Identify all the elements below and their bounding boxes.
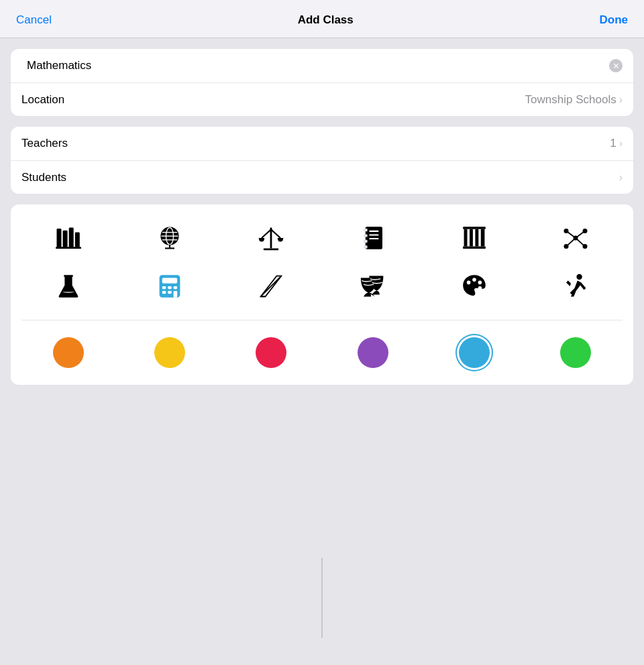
svg-rect-40 bbox=[64, 275, 73, 277]
done-button[interactable]: Done bbox=[600, 13, 629, 27]
purple-color-cell[interactable] bbox=[326, 334, 419, 371]
svg-rect-22 bbox=[369, 231, 378, 232]
students-chevron-icon: › bbox=[619, 172, 623, 184]
green-dot bbox=[560, 337, 591, 368]
scales-icon bbox=[257, 224, 285, 252]
svg-rect-19 bbox=[364, 234, 368, 237]
svg-rect-25 bbox=[463, 247, 486, 249]
palette-icon-cell[interactable] bbox=[427, 266, 521, 306]
svg-rect-30 bbox=[481, 229, 485, 247]
clear-class-name-button[interactable]: ✕ bbox=[609, 59, 623, 72]
calculator-icon-cell[interactable] bbox=[123, 266, 216, 306]
columns-icon-cell[interactable] bbox=[427, 218, 521, 258]
svg-rect-1 bbox=[62, 231, 67, 247]
cancel-button[interactable]: Cancel bbox=[16, 13, 52, 27]
svg-rect-43 bbox=[162, 286, 166, 289]
globe-icon bbox=[156, 224, 184, 252]
svg-rect-24 bbox=[369, 238, 378, 239]
teachers-label: Teachers bbox=[21, 137, 82, 150]
svg-line-37 bbox=[576, 231, 585, 239]
svg-rect-14 bbox=[264, 248, 278, 250]
orange-color-cell[interactable] bbox=[21, 334, 115, 371]
books-icon bbox=[54, 224, 83, 252]
location-row[interactable]: Location Township Schools › bbox=[11, 82, 633, 116]
svg-rect-46 bbox=[162, 291, 166, 294]
picker-section bbox=[11, 204, 633, 385]
students-label: Students bbox=[21, 171, 82, 184]
color-grid bbox=[21, 334, 623, 371]
yellow-color-cell[interactable] bbox=[123, 334, 216, 371]
svg-rect-2 bbox=[68, 228, 73, 247]
svg-point-52 bbox=[467, 281, 471, 285]
teachers-row[interactable]: Teachers 1 › bbox=[11, 127, 633, 160]
svg-rect-28 bbox=[470, 229, 473, 247]
svg-line-38 bbox=[566, 238, 576, 247]
teachers-value[interactable]: 1 › bbox=[82, 137, 623, 150]
palette-icon bbox=[460, 272, 488, 300]
svg-rect-45 bbox=[174, 286, 178, 289]
scroll-indicator bbox=[321, 558, 323, 638]
orange-dot bbox=[53, 337, 84, 368]
pencil-icon bbox=[257, 272, 285, 300]
blue-dot bbox=[459, 337, 490, 368]
svg-rect-44 bbox=[168, 286, 172, 289]
network-icon bbox=[561, 224, 590, 252]
class-info-section: ✕ Location Township Schools › bbox=[11, 49, 633, 116]
red-dot bbox=[256, 337, 286, 368]
svg-point-53 bbox=[472, 278, 476, 282]
header: Cancel Add Class Done bbox=[0, 0, 644, 38]
flask-icon-cell[interactable] bbox=[21, 266, 115, 306]
picker-divider bbox=[21, 320, 623, 320]
bottom-area bbox=[0, 385, 644, 665]
location-value[interactable]: Township Schools › bbox=[82, 93, 623, 107]
notebook-icon-cell[interactable] bbox=[326, 218, 419, 258]
pencil-icon-cell[interactable] bbox=[225, 266, 318, 306]
svg-point-55 bbox=[478, 286, 482, 290]
green-color-cell[interactable] bbox=[529, 334, 623, 371]
svg-line-16 bbox=[271, 229, 280, 238]
svg-rect-42 bbox=[162, 278, 177, 283]
svg-line-15 bbox=[262, 229, 271, 238]
teachers-count: 1 bbox=[610, 137, 616, 150]
svg-rect-21 bbox=[364, 245, 368, 248]
books-icon-cell[interactable] bbox=[21, 218, 115, 258]
runner-icon bbox=[561, 272, 590, 300]
yellow-dot bbox=[154, 337, 185, 368]
runner-icon-cell[interactable] bbox=[529, 266, 623, 306]
scales-icon-cell[interactable] bbox=[225, 218, 318, 258]
location-label: Location bbox=[21, 93, 82, 107]
svg-rect-3 bbox=[74, 233, 79, 247]
purple-dot bbox=[358, 337, 388, 368]
svg-point-56 bbox=[577, 274, 582, 280]
location-chevron-icon: › bbox=[619, 94, 623, 106]
students-row[interactable]: Students › bbox=[11, 160, 633, 194]
svg-rect-27 bbox=[464, 229, 468, 247]
class-name-row: ✕ bbox=[11, 49, 633, 82]
svg-line-39 bbox=[576, 238, 585, 247]
globe-icon-cell[interactable] bbox=[123, 218, 216, 258]
class-name-input[interactable] bbox=[27, 59, 609, 72]
notebook-icon bbox=[359, 224, 387, 252]
svg-rect-29 bbox=[475, 229, 478, 247]
flask-icon bbox=[54, 272, 83, 300]
svg-rect-26 bbox=[463, 227, 486, 229]
dialog-title: Add Class bbox=[298, 13, 354, 27]
icon-grid bbox=[21, 218, 623, 306]
svg-line-36 bbox=[566, 231, 576, 239]
svg-rect-47 bbox=[168, 291, 172, 294]
svg-rect-18 bbox=[364, 229, 368, 231]
svg-point-54 bbox=[478, 281, 482, 285]
theater-icon bbox=[359, 272, 387, 300]
svg-rect-0 bbox=[56, 229, 61, 247]
red-color-cell[interactable] bbox=[225, 334, 318, 371]
people-section: Teachers 1 › Students › bbox=[11, 127, 633, 194]
svg-rect-20 bbox=[364, 240, 368, 243]
svg-rect-4 bbox=[56, 247, 81, 249]
columns-icon bbox=[460, 224, 488, 252]
svg-rect-23 bbox=[369, 234, 378, 235]
theater-icon-cell[interactable] bbox=[326, 266, 419, 306]
teachers-chevron-icon: › bbox=[619, 137, 623, 149]
network-icon-cell[interactable] bbox=[529, 218, 623, 258]
blue-color-cell[interactable] bbox=[427, 334, 521, 371]
students-value[interactable]: › bbox=[82, 172, 623, 184]
